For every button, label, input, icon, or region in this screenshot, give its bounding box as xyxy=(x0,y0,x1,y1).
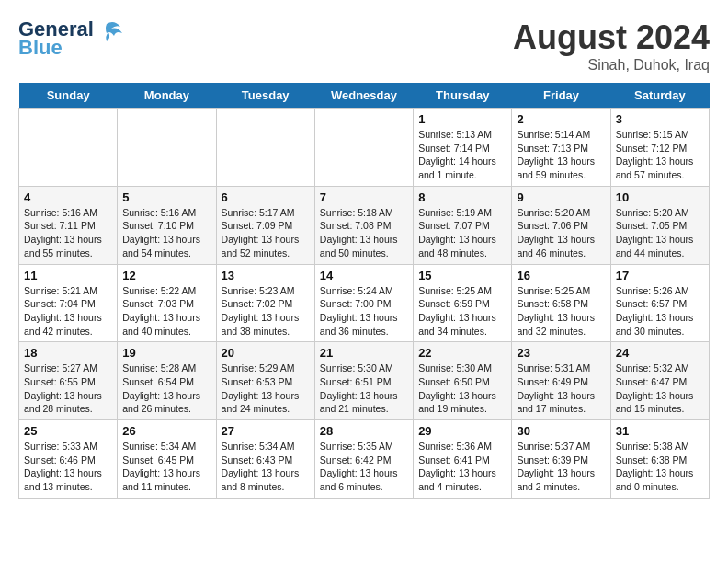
day-info: Sunrise: 5:38 AM Sunset: 6:38 PM Dayligh… xyxy=(616,440,704,494)
day-number: 26 xyxy=(122,424,210,438)
day-number: 10 xyxy=(616,190,704,204)
calendar-table: SundayMondayTuesdayWednesdayThursdayFrid… xyxy=(18,83,710,499)
day-number: 29 xyxy=(418,424,506,438)
day-info: Sunrise: 5:30 AM Sunset: 6:51 PM Dayligh… xyxy=(320,362,408,416)
day-number: 4 xyxy=(24,190,112,204)
calendar-day-cell: 22Sunrise: 5:30 AM Sunset: 6:50 PM Dayli… xyxy=(414,342,512,420)
day-info: Sunrise: 5:13 AM Sunset: 7:14 PM Dayligh… xyxy=(418,128,506,182)
calendar-day-cell xyxy=(314,109,413,187)
calendar-day-cell: 19Sunrise: 5:28 AM Sunset: 6:54 PM Dayli… xyxy=(118,342,216,420)
weekday-header: Monday xyxy=(118,83,216,109)
calendar-day-cell: 26Sunrise: 5:34 AM Sunset: 6:45 PM Dayli… xyxy=(118,420,216,499)
day-number: 14 xyxy=(320,269,408,282)
calendar-week-row: 4Sunrise: 5:16 AM Sunset: 7:11 PM Daylig… xyxy=(19,186,710,264)
calendar-day-cell: 11Sunrise: 5:21 AM Sunset: 7:04 PM Dayli… xyxy=(19,264,118,342)
day-info: Sunrise: 5:25 AM Sunset: 6:58 PM Dayligh… xyxy=(517,284,605,339)
day-number: 27 xyxy=(222,424,310,438)
page-header: General Blue August 2024 Sinah, Duhok, I… xyxy=(18,18,710,74)
day-info: Sunrise: 5:16 AM Sunset: 7:11 PM Dayligh… xyxy=(24,206,112,260)
weekday-header: Tuesday xyxy=(216,83,314,109)
day-info: Sunrise: 5:20 AM Sunset: 7:05 PM Dayligh… xyxy=(616,206,704,260)
calendar-day-cell: 24Sunrise: 5:32 AM Sunset: 6:47 PM Dayli… xyxy=(610,342,709,420)
calendar-day-cell xyxy=(118,109,216,187)
day-number: 3 xyxy=(616,112,704,126)
calendar-week-row: 1Sunrise: 5:13 AM Sunset: 7:14 PM Daylig… xyxy=(19,109,710,187)
day-info: Sunrise: 5:17 AM Sunset: 7:09 PM Dayligh… xyxy=(222,206,310,260)
title-block: August 2024 Sinah, Duhok, Iraq xyxy=(513,18,710,74)
day-info: Sunrise: 5:25 AM Sunset: 6:59 PM Dayligh… xyxy=(418,284,506,339)
day-number: 11 xyxy=(24,269,112,282)
weekday-header-row: SundayMondayTuesdayWednesdayThursdayFrid… xyxy=(19,83,710,109)
day-info: Sunrise: 5:21 AM Sunset: 7:04 PM Dayligh… xyxy=(24,284,112,339)
day-number: 9 xyxy=(517,190,605,204)
day-info: Sunrise: 5:18 AM Sunset: 7:08 PM Dayligh… xyxy=(320,206,408,260)
day-info: Sunrise: 5:34 AM Sunset: 6:43 PM Dayligh… xyxy=(222,440,310,494)
day-number: 7 xyxy=(320,190,408,204)
calendar-day-cell xyxy=(216,109,314,187)
day-number: 18 xyxy=(24,346,112,360)
calendar-day-cell: 28Sunrise: 5:35 AM Sunset: 6:42 PM Dayli… xyxy=(314,420,413,499)
day-number: 13 xyxy=(222,269,310,282)
day-number: 15 xyxy=(418,269,506,282)
day-info: Sunrise: 5:24 AM Sunset: 7:00 PM Dayligh… xyxy=(320,284,408,339)
calendar-day-cell: 12Sunrise: 5:22 AM Sunset: 7:03 PM Dayli… xyxy=(118,264,216,342)
day-number: 20 xyxy=(222,346,310,360)
calendar-day-cell: 14Sunrise: 5:24 AM Sunset: 7:00 PM Dayli… xyxy=(314,264,413,342)
day-number: 22 xyxy=(418,346,506,360)
day-info: Sunrise: 5:19 AM Sunset: 7:07 PM Dayligh… xyxy=(418,206,506,260)
day-info: Sunrise: 5:34 AM Sunset: 6:45 PM Dayligh… xyxy=(122,440,210,494)
day-info: Sunrise: 5:31 AM Sunset: 6:49 PM Dayligh… xyxy=(517,362,605,416)
day-number: 30 xyxy=(517,424,605,438)
calendar-day-cell: 15Sunrise: 5:25 AM Sunset: 6:59 PM Dayli… xyxy=(414,264,512,342)
weekday-header: Sunday xyxy=(19,83,118,109)
logo-bird-icon xyxy=(97,19,125,52)
day-number: 16 xyxy=(517,269,605,282)
logo: General Blue xyxy=(18,18,125,59)
day-info: Sunrise: 5:23 AM Sunset: 7:02 PM Dayligh… xyxy=(222,284,310,339)
day-info: Sunrise: 5:27 AM Sunset: 6:55 PM Dayligh… xyxy=(24,362,112,416)
day-number: 6 xyxy=(222,190,310,204)
calendar-day-cell: 10Sunrise: 5:20 AM Sunset: 7:05 PM Dayli… xyxy=(610,186,709,264)
day-info: Sunrise: 5:29 AM Sunset: 6:53 PM Dayligh… xyxy=(222,362,310,416)
day-info: Sunrise: 5:20 AM Sunset: 7:06 PM Dayligh… xyxy=(517,206,605,260)
calendar-day-cell: 29Sunrise: 5:36 AM Sunset: 6:41 PM Dayli… xyxy=(414,420,512,499)
day-info: Sunrise: 5:22 AM Sunset: 7:03 PM Dayligh… xyxy=(122,284,210,339)
calendar-day-cell: 31Sunrise: 5:38 AM Sunset: 6:38 PM Dayli… xyxy=(610,420,709,499)
day-info: Sunrise: 5:16 AM Sunset: 7:10 PM Dayligh… xyxy=(122,206,210,260)
day-number: 12 xyxy=(122,269,210,282)
day-info: Sunrise: 5:35 AM Sunset: 6:42 PM Dayligh… xyxy=(320,440,408,494)
calendar-day-cell: 2Sunrise: 5:14 AM Sunset: 7:13 PM Daylig… xyxy=(512,109,610,187)
calendar-day-cell: 5Sunrise: 5:16 AM Sunset: 7:10 PM Daylig… xyxy=(118,186,216,264)
calendar-day-cell: 23Sunrise: 5:31 AM Sunset: 6:49 PM Dayli… xyxy=(512,342,610,420)
calendar-day-cell: 7Sunrise: 5:18 AM Sunset: 7:08 PM Daylig… xyxy=(314,186,413,264)
calendar-day-cell: 3Sunrise: 5:15 AM Sunset: 7:12 PM Daylig… xyxy=(610,109,709,187)
calendar-day-cell: 4Sunrise: 5:16 AM Sunset: 7:11 PM Daylig… xyxy=(19,186,118,264)
day-info: Sunrise: 5:36 AM Sunset: 6:41 PM Dayligh… xyxy=(418,440,506,494)
day-number: 2 xyxy=(517,112,605,126)
calendar-day-cell: 30Sunrise: 5:37 AM Sunset: 6:39 PM Dayli… xyxy=(512,420,610,499)
calendar-day-cell: 25Sunrise: 5:33 AM Sunset: 6:46 PM Dayli… xyxy=(19,420,118,499)
calendar-day-cell: 8Sunrise: 5:19 AM Sunset: 7:07 PM Daylig… xyxy=(414,186,512,264)
day-number: 25 xyxy=(24,424,112,438)
logo-line2: Blue xyxy=(18,37,94,59)
weekday-header: Thursday xyxy=(414,83,512,109)
day-info: Sunrise: 5:30 AM Sunset: 6:50 PM Dayligh… xyxy=(418,362,506,416)
calendar-day-cell: 9Sunrise: 5:20 AM Sunset: 7:06 PM Daylig… xyxy=(512,186,610,264)
day-number: 31 xyxy=(616,424,704,438)
weekday-header: Wednesday xyxy=(314,83,413,109)
day-info: Sunrise: 5:37 AM Sunset: 6:39 PM Dayligh… xyxy=(517,440,605,494)
day-info: Sunrise: 5:14 AM Sunset: 7:13 PM Dayligh… xyxy=(517,128,605,182)
calendar-day-cell: 16Sunrise: 5:25 AM Sunset: 6:58 PM Dayli… xyxy=(512,264,610,342)
day-number: 21 xyxy=(320,346,408,360)
day-number: 8 xyxy=(418,190,506,204)
day-number: 28 xyxy=(320,424,408,438)
day-info: Sunrise: 5:28 AM Sunset: 6:54 PM Dayligh… xyxy=(122,362,210,416)
weekday-header: Saturday xyxy=(610,83,709,109)
calendar-title: August 2024 xyxy=(513,18,710,57)
calendar-day-cell xyxy=(19,109,118,187)
calendar-day-cell: 6Sunrise: 5:17 AM Sunset: 7:09 PM Daylig… xyxy=(216,186,314,264)
calendar-week-row: 11Sunrise: 5:21 AM Sunset: 7:04 PM Dayli… xyxy=(19,264,710,342)
day-number: 5 xyxy=(122,190,210,204)
day-info: Sunrise: 5:15 AM Sunset: 7:12 PM Dayligh… xyxy=(616,128,704,182)
calendar-day-cell: 18Sunrise: 5:27 AM Sunset: 6:55 PM Dayli… xyxy=(19,342,118,420)
